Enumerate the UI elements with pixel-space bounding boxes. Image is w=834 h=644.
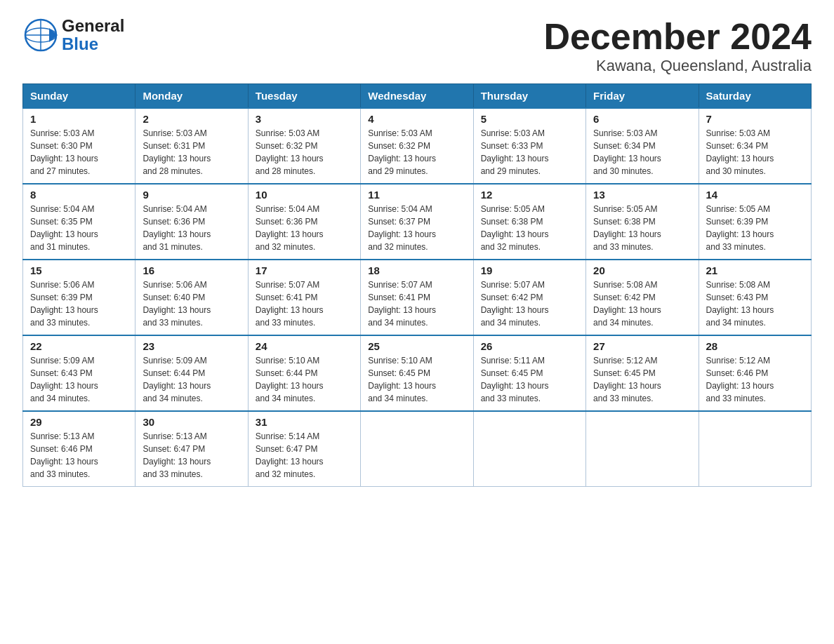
day-info: Sunrise: 5:04 AMSunset: 6:36 PMDaylight:…: [256, 203, 353, 253]
calendar-cell: 26Sunrise: 5:11 AMSunset: 6:45 PMDayligh…: [473, 335, 585, 411]
day-number: 9: [143, 189, 240, 201]
col-header-wednesday: Wednesday: [361, 84, 473, 109]
day-info: Sunrise: 5:06 AMSunset: 6:40 PMDaylight:…: [143, 279, 240, 329]
week-row-1: 1Sunrise: 5:03 AMSunset: 6:30 PMDaylight…: [23, 108, 812, 184]
day-number: 23: [143, 340, 240, 352]
col-header-monday: Monday: [135, 84, 248, 109]
day-info: Sunrise: 5:05 AMSunset: 6:38 PMDaylight:…: [481, 203, 578, 253]
day-info: Sunrise: 5:04 AMSunset: 6:37 PMDaylight:…: [368, 203, 465, 253]
col-header-thursday: Thursday: [473, 84, 585, 109]
week-row-4: 22Sunrise: 5:09 AMSunset: 6:43 PMDayligh…: [23, 335, 812, 411]
day-number: 20: [593, 264, 691, 276]
day-info: Sunrise: 5:06 AMSunset: 6:39 PMDaylight:…: [30, 279, 128, 329]
week-row-2: 8Sunrise: 5:04 AMSunset: 6:35 PMDaylight…: [23, 184, 812, 260]
calendar-header-row: SundayMondayTuesdayWednesdayThursdayFrid…: [23, 84, 812, 109]
day-info: Sunrise: 5:03 AMSunset: 6:34 PMDaylight:…: [593, 127, 691, 177]
day-info: Sunrise: 5:07 AMSunset: 6:42 PMDaylight:…: [481, 279, 578, 329]
day-number: 11: [368, 189, 465, 201]
logo-blue-text: Blue: [62, 35, 124, 53]
day-number: 6: [593, 113, 691, 125]
day-info: Sunrise: 5:09 AMSunset: 6:44 PMDaylight:…: [143, 354, 240, 405]
day-info: Sunrise: 5:05 AMSunset: 6:39 PMDaylight:…: [706, 203, 804, 253]
title-block: December 2024 Kawana, Queensland, Austra…: [543, 17, 812, 75]
calendar-cell: 31Sunrise: 5:14 AMSunset: 6:47 PMDayligh…: [248, 411, 360, 487]
calendar-cell: 3Sunrise: 5:03 AMSunset: 6:32 PMDaylight…: [248, 108, 360, 184]
day-info: Sunrise: 5:08 AMSunset: 6:42 PMDaylight:…: [593, 279, 691, 329]
day-info: Sunrise: 5:03 AMSunset: 6:31 PMDaylight:…: [143, 127, 240, 177]
calendar-cell: 27Sunrise: 5:12 AMSunset: 6:45 PMDayligh…: [586, 335, 699, 411]
day-number: 15: [30, 264, 128, 276]
day-info: Sunrise: 5:10 AMSunset: 6:44 PMDaylight:…: [256, 354, 353, 405]
calendar-cell: 23Sunrise: 5:09 AMSunset: 6:44 PMDayligh…: [135, 335, 248, 411]
day-number: 24: [256, 340, 353, 352]
day-info: Sunrise: 5:13 AMSunset: 6:47 PMDaylight:…: [143, 430, 240, 481]
calendar-cell: 12Sunrise: 5:05 AMSunset: 6:38 PMDayligh…: [473, 184, 585, 260]
day-number: 31: [256, 416, 353, 428]
day-number: 28: [706, 340, 804, 352]
day-number: 30: [143, 416, 240, 428]
day-number: 27: [593, 340, 691, 352]
day-info: Sunrise: 5:12 AMSunset: 6:45 PMDaylight:…: [593, 354, 691, 405]
day-number: 5: [481, 113, 578, 125]
day-number: 29: [30, 416, 128, 428]
week-row-3: 15Sunrise: 5:06 AMSunset: 6:39 PMDayligh…: [23, 260, 812, 335]
calendar-cell: 11Sunrise: 5:04 AMSunset: 6:37 PMDayligh…: [361, 184, 473, 260]
calendar-cell: [586, 411, 699, 487]
calendar-cell: 1Sunrise: 5:03 AMSunset: 6:30 PMDaylight…: [23, 108, 135, 184]
day-number: 4: [368, 113, 465, 125]
day-number: 2: [143, 113, 240, 125]
calendar-cell: 13Sunrise: 5:05 AMSunset: 6:38 PMDayligh…: [586, 184, 699, 260]
day-info: Sunrise: 5:13 AMSunset: 6:46 PMDaylight:…: [30, 430, 128, 481]
week-row-5: 29Sunrise: 5:13 AMSunset: 6:46 PMDayligh…: [23, 411, 812, 487]
day-number: 18: [368, 264, 465, 276]
day-info: Sunrise: 5:03 AMSunset: 6:32 PMDaylight:…: [256, 127, 353, 177]
calendar-cell: 19Sunrise: 5:07 AMSunset: 6:42 PMDayligh…: [473, 260, 585, 335]
day-number: 7: [706, 113, 804, 125]
calendar-cell: 22Sunrise: 5:09 AMSunset: 6:43 PMDayligh…: [23, 335, 135, 411]
calendar-cell: 29Sunrise: 5:13 AMSunset: 6:46 PMDayligh…: [23, 411, 135, 487]
calendar-cell: 30Sunrise: 5:13 AMSunset: 6:47 PMDayligh…: [135, 411, 248, 487]
calendar-subtitle: Kawana, Queensland, Australia: [543, 57, 812, 75]
calendar-cell: 9Sunrise: 5:04 AMSunset: 6:36 PMDaylight…: [135, 184, 248, 260]
calendar-cell: 5Sunrise: 5:03 AMSunset: 6:33 PMDaylight…: [473, 108, 585, 184]
calendar-cell: 15Sunrise: 5:06 AMSunset: 6:39 PMDayligh…: [23, 260, 135, 335]
day-number: 17: [256, 264, 353, 276]
calendar-cell: 18Sunrise: 5:07 AMSunset: 6:41 PMDayligh…: [361, 260, 473, 335]
col-header-tuesday: Tuesday: [248, 84, 360, 109]
day-number: 21: [706, 264, 804, 276]
day-info: Sunrise: 5:04 AMSunset: 6:35 PMDaylight:…: [30, 203, 128, 253]
day-info: Sunrise: 5:09 AMSunset: 6:43 PMDaylight:…: [30, 354, 128, 405]
calendar-cell: 21Sunrise: 5:08 AMSunset: 6:43 PMDayligh…: [699, 260, 811, 335]
calendar-cell: 16Sunrise: 5:06 AMSunset: 6:40 PMDayligh…: [135, 260, 248, 335]
calendar-cell: [361, 411, 473, 487]
day-number: 3: [256, 113, 353, 125]
page-header: General Blue December 2024 Kawana, Queen…: [22, 17, 812, 75]
calendar-cell: 8Sunrise: 5:04 AMSunset: 6:35 PMDaylight…: [23, 184, 135, 260]
logo-icon: [22, 17, 59, 53]
calendar-cell: 25Sunrise: 5:10 AMSunset: 6:45 PMDayligh…: [361, 335, 473, 411]
day-info: Sunrise: 5:14 AMSunset: 6:47 PMDaylight:…: [256, 430, 353, 481]
day-info: Sunrise: 5:10 AMSunset: 6:45 PMDaylight:…: [368, 354, 465, 405]
day-info: Sunrise: 5:03 AMSunset: 6:33 PMDaylight:…: [481, 127, 578, 177]
day-number: 12: [481, 189, 578, 201]
calendar-cell: 2Sunrise: 5:03 AMSunset: 6:31 PMDaylight…: [135, 108, 248, 184]
calendar-cell: 6Sunrise: 5:03 AMSunset: 6:34 PMDaylight…: [586, 108, 699, 184]
logo-general-text: General: [62, 17, 124, 35]
day-number: 10: [256, 189, 353, 201]
calendar-cell: 14Sunrise: 5:05 AMSunset: 6:39 PMDayligh…: [699, 184, 811, 260]
col-header-friday: Friday: [586, 84, 699, 109]
day-info: Sunrise: 5:08 AMSunset: 6:43 PMDaylight:…: [706, 279, 804, 329]
day-number: 26: [481, 340, 578, 352]
calendar-table: SundayMondayTuesdayWednesdayThursdayFrid…: [22, 83, 812, 487]
day-info: Sunrise: 5:03 AMSunset: 6:34 PMDaylight:…: [706, 127, 804, 177]
day-number: 22: [30, 340, 128, 352]
calendar-cell: 17Sunrise: 5:07 AMSunset: 6:41 PMDayligh…: [248, 260, 360, 335]
day-info: Sunrise: 5:03 AMSunset: 6:30 PMDaylight:…: [30, 127, 128, 177]
day-number: 8: [30, 189, 128, 201]
calendar-cell: 10Sunrise: 5:04 AMSunset: 6:36 PMDayligh…: [248, 184, 360, 260]
calendar-title: December 2024: [543, 17, 812, 57]
calendar-cell: 20Sunrise: 5:08 AMSunset: 6:42 PMDayligh…: [586, 260, 699, 335]
col-header-saturday: Saturday: [699, 84, 811, 109]
logo: General Blue: [22, 17, 124, 54]
day-number: 19: [481, 264, 578, 276]
